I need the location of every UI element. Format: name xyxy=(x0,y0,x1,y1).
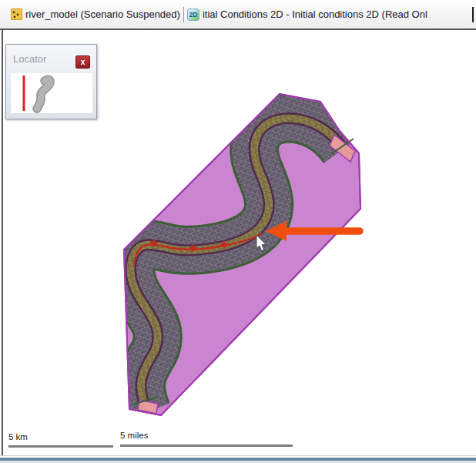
locator-close-button[interactable]: x xyxy=(75,55,90,69)
scale-miles-bar xyxy=(120,445,293,447)
app-window: river_model (Scenario Suspended) 2D itia… xyxy=(0,0,476,463)
locator-river-thumbnail xyxy=(37,79,50,109)
scale-km-bar xyxy=(8,445,113,448)
locator-map-preview[interactable] xyxy=(11,73,92,113)
scale-miles-label: 5 miles xyxy=(120,431,148,440)
panel-bottom-line xyxy=(0,455,476,456)
locator-window[interactable]: Locator x xyxy=(5,44,97,119)
scale-km-label: 5 km xyxy=(8,432,28,441)
locator-title: Locator xyxy=(13,53,46,65)
